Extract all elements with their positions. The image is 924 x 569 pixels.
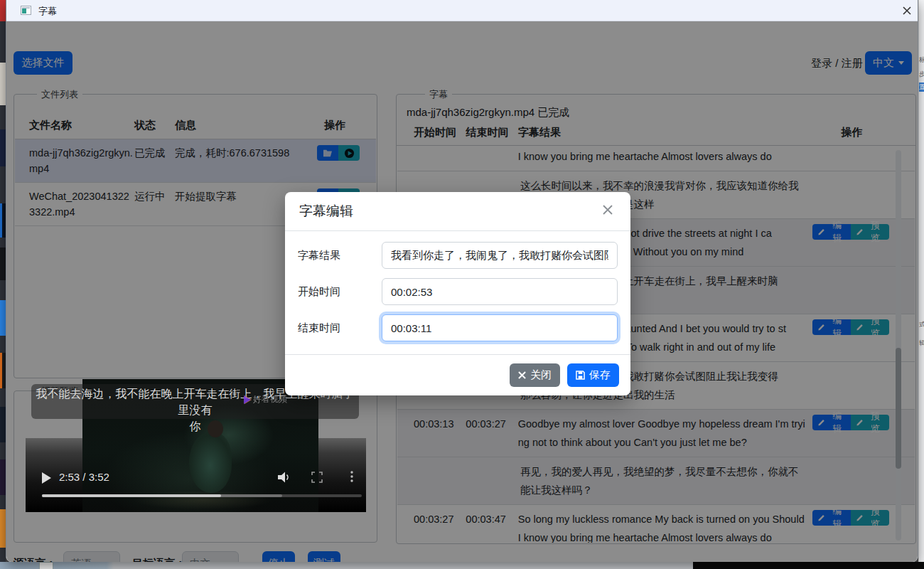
- background-text-fragment: 标: [919, 55, 924, 65]
- desktop-document-icon: [39, 562, 53, 569]
- end-time-field-label: 结束时间: [298, 321, 382, 335]
- background-window-strip: 标 步 置 式 辑: [918, 0, 924, 569]
- desktop-icon: [0, 203, 6, 238]
- window-close-icon[interactable]: [901, 4, 913, 17]
- desktop-icon: [0, 63, 6, 105]
- more-options-icon[interactable]: [350, 470, 354, 486]
- start-time-field-label: 开始时间: [298, 285, 382, 299]
- background-text-fragment: 辑: [919, 339, 924, 348]
- subtitle-line: 你: [31, 418, 359, 435]
- video-controls: 2:53 / 3:52: [26, 466, 366, 509]
- video-time: 2:53 / 3:52: [59, 471, 109, 483]
- subtitle-edit-modal: 字幕编辑 字幕结果 开始时间 结束时间 关闭: [285, 192, 630, 395]
- play-icon[interactable]: [42, 472, 51, 484]
- desktop-icon: [0, 248, 6, 280]
- modal-close-icon[interactable]: [599, 201, 616, 221]
- title-bar: 字幕: [6, 0, 918, 21]
- desktop-icon: [0, 300, 6, 336]
- modal-save-button[interactable]: 保存: [567, 363, 619, 387]
- result-field-label: 字幕结果: [298, 249, 382, 262]
- watermark-text: 好看视频: [253, 393, 287, 405]
- watermark-logo-icon: [244, 395, 251, 404]
- video-progress-bar[interactable]: [42, 494, 362, 497]
- save-icon: [576, 371, 585, 380]
- video-watermark: 好看视频: [244, 393, 287, 405]
- modal-title: 字幕编辑: [299, 202, 353, 220]
- desktop-icon: [0, 0, 6, 21]
- subtitle-result-input[interactable]: [382, 242, 618, 269]
- window-title: 字幕: [38, 5, 57, 18]
- background-text-fragment: 步: [919, 70, 924, 79]
- volume-icon[interactable]: [276, 470, 291, 487]
- desktop-icon: [0, 129, 6, 166]
- desktop-left-strip: [0, 0, 6, 569]
- desktop-icon: [0, 509, 6, 548]
- app-icon: [21, 6, 31, 15]
- save-button-label: 保存: [589, 368, 611, 382]
- fullscreen-icon[interactable]: [311, 472, 323, 486]
- desktop-icon: [0, 353, 6, 388]
- desktop-bottom-strip: [0, 562, 924, 569]
- start-time-input[interactable]: [382, 278, 618, 305]
- desktop-icon: [0, 459, 6, 495]
- close-icon: [518, 371, 526, 379]
- background-text-fragment: 置: [919, 83, 924, 92]
- background-text-fragment: 式: [919, 320, 924, 329]
- close-button-label: 关闭: [530, 368, 552, 382]
- end-time-input[interactable]: [382, 314, 618, 341]
- desktop-icon: [0, 407, 6, 442]
- modal-close-button[interactable]: 关闭: [510, 363, 560, 387]
- app-window: 字幕 选择文件 登录 / 注册 中文 文件列表 文件名称 状态 信息 操作 md: [6, 0, 918, 562]
